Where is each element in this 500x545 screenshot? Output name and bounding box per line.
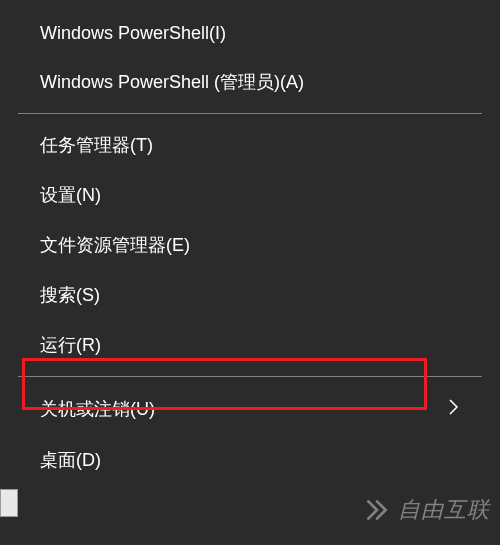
chevron-right-icon — [448, 396, 460, 422]
menu-item-label: 关机或注销(U) — [40, 397, 155, 421]
winx-context-menu: Windows PowerShell(I) Windows PowerShell… — [0, 0, 500, 495]
menu-item-label: 设置(N) — [40, 183, 101, 207]
menu-item-desktop[interactable]: 桌面(D) — [0, 435, 500, 485]
menu-item-label: 任务管理器(T) — [40, 133, 153, 157]
menu-item-label: 桌面(D) — [40, 448, 101, 472]
menu-item-label: Windows PowerShell (管理员)(A) — [40, 70, 304, 94]
menu-item-label: 文件资源管理器(E) — [40, 233, 190, 257]
menu-item-powershell-admin[interactable]: Windows PowerShell (管理员)(A) — [0, 57, 500, 107]
menu-item-run[interactable]: 运行(R) — [0, 320, 500, 370]
menu-item-settings[interactable]: 设置(N) — [0, 170, 500, 220]
menu-divider — [18, 113, 482, 114]
menu-item-task-manager[interactable]: 任务管理器(T) — [0, 120, 500, 170]
menu-item-search[interactable]: 搜索(S) — [0, 270, 500, 320]
menu-item-file-explorer[interactable]: 文件资源管理器(E) — [0, 220, 500, 270]
menu-item-label: Windows PowerShell(I) — [40, 23, 226, 44]
watermark: 自由互联 — [364, 495, 490, 525]
menu-item-label: 搜索(S) — [40, 283, 100, 307]
background-window-edge — [0, 489, 18, 517]
menu-divider — [18, 376, 482, 377]
watermark-logo-icon — [364, 497, 390, 523]
watermark-text: 自由互联 — [398, 495, 490, 525]
menu-item-shutdown-signout[interactable]: 关机或注销(U) — [0, 383, 500, 435]
menu-item-powershell[interactable]: Windows PowerShell(I) — [0, 10, 500, 57]
menu-item-label: 运行(R) — [40, 333, 101, 357]
